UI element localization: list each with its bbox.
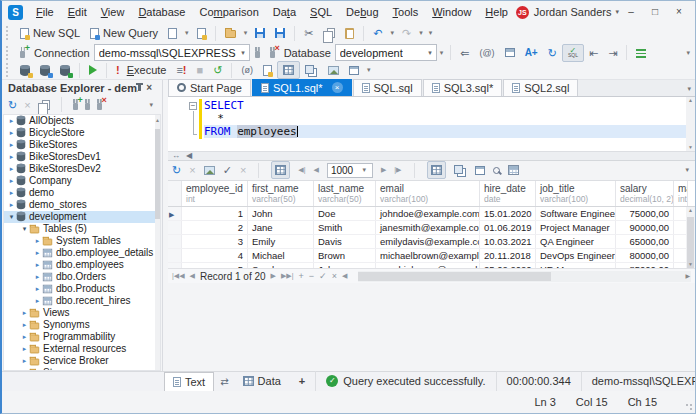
cell-email[interactable]: johndoe@example.com bbox=[376, 207, 480, 220]
table-row[interactable]: 3EmilyDavisemilydavis@example.com10.03.2… bbox=[168, 235, 695, 249]
app-logo-icon[interactable]: S bbox=[8, 5, 23, 20]
cell-job-title[interactable]: Software Engineer bbox=[536, 207, 616, 220]
chevron-right-icon[interactable]: ▸ bbox=[20, 333, 29, 341]
maximize-button[interactable]: □ bbox=[643, 1, 667, 23]
splitter-collapse-icon[interactable]: ◀ bbox=[186, 151, 192, 160]
splitter-handle-icon[interactable]: ↔ bbox=[172, 151, 180, 160]
send-results-button[interactable] bbox=[344, 61, 364, 79]
tree-item-storage[interactable]: ▸Storage bbox=[4, 367, 160, 371]
tree-item-dbo-employees[interactable]: ▸dbo.employees bbox=[4, 259, 160, 271]
font-increase-button[interactable]: A+ bbox=[520, 44, 543, 62]
scroll-down-icon[interactable]: ▼ bbox=[686, 144, 695, 150]
cell-employee-id[interactable]: 1 bbox=[182, 207, 248, 220]
prev-record-icon[interactable]: ◀ bbox=[190, 272, 195, 280]
cell-job-title[interactable]: DevOps Engineer bbox=[536, 249, 616, 262]
refresh-schema-button[interactable]: ↻ bbox=[543, 44, 562, 62]
tree-item-external-resources[interactable]: ▸External resources bbox=[4, 343, 160, 355]
tree-item-dbo-employee-details[interactable]: ▸dbo.employee_details bbox=[4, 247, 160, 259]
open-file-button[interactable] bbox=[220, 24, 241, 42]
chevron-right-icon[interactable]: ▸ bbox=[7, 141, 16, 149]
cell-last-name[interactable]: Doe bbox=[314, 207, 376, 220]
cell-last-name[interactable]: Brown bbox=[314, 249, 376, 262]
db-check-button[interactable] bbox=[55, 61, 75, 79]
column-header-employee-id[interactable]: employee_idint bbox=[182, 181, 248, 206]
tab-sql3-sql[interactable]: SQL3.sql* bbox=[423, 79, 503, 96]
scroll-thumb[interactable] bbox=[358, 272, 551, 281]
grid-view-button[interactable] bbox=[427, 161, 446, 179]
user-name[interactable]: Jordan Sanders bbox=[534, 6, 612, 18]
save-all-button[interactable] bbox=[270, 24, 290, 42]
history-button[interactable]: ↺ bbox=[208, 61, 227, 79]
chevron-right-icon[interactable]: ▸ bbox=[7, 153, 16, 161]
menu-item-tools[interactable]: Tools bbox=[386, 1, 426, 23]
resize-grip[interactable] bbox=[685, 403, 693, 411]
tree-item-system-tables[interactable]: ▸System Tables bbox=[4, 235, 160, 247]
cell-email[interactable]: michaelbrown@example.com bbox=[376, 249, 480, 262]
parameters-button[interactable]: (@) bbox=[474, 44, 499, 62]
chevron-right-icon[interactable]: ▸ bbox=[20, 321, 29, 329]
scroll-up-icon[interactable]: ▲ bbox=[688, 97, 693, 103]
grid-vertical-scrollbar[interactable]: ▲ ▼ bbox=[686, 207, 695, 269]
card-view-icon[interactable] bbox=[454, 165, 463, 174]
connection-caret-icon[interactable]: ▾ bbox=[236, 49, 245, 57]
visualize-button[interactable] bbox=[323, 61, 344, 79]
new-connection-icon[interactable] bbox=[73, 103, 78, 110]
menu-item-data[interactable]: Data bbox=[266, 1, 303, 23]
tab-sql2-sql[interactable]: SQL2.sql bbox=[503, 79, 578, 96]
collapse-left-icon[interactable]: ◀ bbox=[342, 272, 347, 280]
new-query-button[interactable]: New Query bbox=[85, 24, 163, 42]
table-row[interactable]: ▶1JohnDoejohndoe@example.com15.01.2020So… bbox=[168, 207, 695, 221]
cell-salary[interactable]: 75000,00 bbox=[616, 207, 674, 220]
page-size-input[interactable]: 1000 ▾ bbox=[327, 163, 373, 178]
chevron-right-icon[interactable]: ▸ bbox=[33, 237, 42, 245]
tree-item-allobjects[interactable]: ▸AllObjects bbox=[4, 115, 160, 127]
tree-item-bikestoresdev2[interactable]: ▸BikeStoresDev2 bbox=[4, 163, 160, 175]
save-button[interactable] bbox=[250, 24, 270, 42]
table-row[interactable]: 5SarahJohnsonsarahjohnson@example.com25.… bbox=[168, 263, 695, 269]
open-file-caret-icon[interactable]: ▾ bbox=[241, 29, 251, 37]
explorer-overflow-caret-icon[interactable]: ▾ bbox=[146, 101, 156, 109]
new-grid-icon[interactable] bbox=[508, 165, 519, 175]
toolbar-overflow-caret-icon[interactable]: ▾ bbox=[426, 29, 436, 37]
code-fold-icon[interactable]: − bbox=[189, 102, 197, 110]
grid-horizontal-scrollbar[interactable]: ▶ bbox=[358, 271, 691, 282]
chevron-right-icon[interactable]: ▸ bbox=[33, 261, 42, 269]
code-line-1[interactable]: SELECT bbox=[204, 99, 686, 112]
tree-item-company[interactable]: ▸Company bbox=[4, 175, 160, 187]
first-page-icon[interactable]: ◀| bbox=[298, 166, 305, 174]
prev-page-icon[interactable]: ◀ bbox=[314, 166, 319, 174]
tab-data-results[interactable]: Data bbox=[235, 372, 289, 391]
cell-last-name[interactable]: Smith bbox=[314, 221, 376, 234]
menu-item-comparison[interactable]: Comparison bbox=[192, 1, 265, 23]
toolbar-grip[interactable] bbox=[6, 63, 11, 77]
tree-item-demo[interactable]: ▸demo bbox=[4, 187, 160, 199]
results-overflow-caret-icon[interactable]: ▾ bbox=[685, 166, 691, 174]
column-header-salary[interactable]: salarydecimal(10, 2) bbox=[616, 181, 674, 206]
run-button[interactable] bbox=[84, 61, 102, 79]
format-button[interactable]: ⇐ bbox=[455, 44, 474, 62]
tree-item-synonyms[interactable]: ▸Synonyms bbox=[4, 319, 160, 331]
chevron-right-icon[interactable]: ▸ bbox=[20, 369, 29, 371]
code-area[interactable]: SELECT *FROM employees bbox=[204, 99, 686, 138]
search-icon[interactable] bbox=[493, 167, 500, 174]
scroll-right-icon[interactable]: ▶ bbox=[685, 272, 690, 279]
tree-item-tables-5[interactable]: ▾Tables (5) bbox=[4, 223, 160, 235]
chevron-right-icon[interactable]: ▸ bbox=[7, 165, 16, 173]
cell-employee-id[interactable]: 2 bbox=[182, 221, 248, 234]
tree-item-bikestores[interactable]: ▸BikeStores bbox=[4, 139, 160, 151]
redo-caret-icon[interactable]: ▾ bbox=[416, 29, 426, 37]
swap-view-icon[interactable]: ⇄ bbox=[214, 376, 234, 387]
menu-item-database[interactable]: Database bbox=[131, 1, 192, 23]
menu-item-file[interactable]: File bbox=[29, 1, 61, 23]
menu-item-window[interactable]: Window bbox=[425, 1, 478, 23]
paging-mode-button[interactable] bbox=[271, 161, 290, 179]
db-edit-button[interactable] bbox=[15, 61, 35, 79]
duplicate-icon[interactable] bbox=[42, 100, 50, 110]
code-line-3[interactable]: FROM employees bbox=[204, 125, 686, 138]
chevron-right-icon[interactable]: ▸ bbox=[33, 249, 42, 257]
column-header-first-name[interactable]: first_namevarchar(50) bbox=[248, 181, 314, 206]
tree-item-service-broker[interactable]: ▸Service Broker bbox=[4, 355, 160, 367]
outdent-button[interactable]: ⇤ bbox=[584, 44, 603, 62]
cell-first-name[interactable]: Emily bbox=[248, 235, 314, 248]
rollback-icon[interactable]: × bbox=[240, 163, 246, 177]
